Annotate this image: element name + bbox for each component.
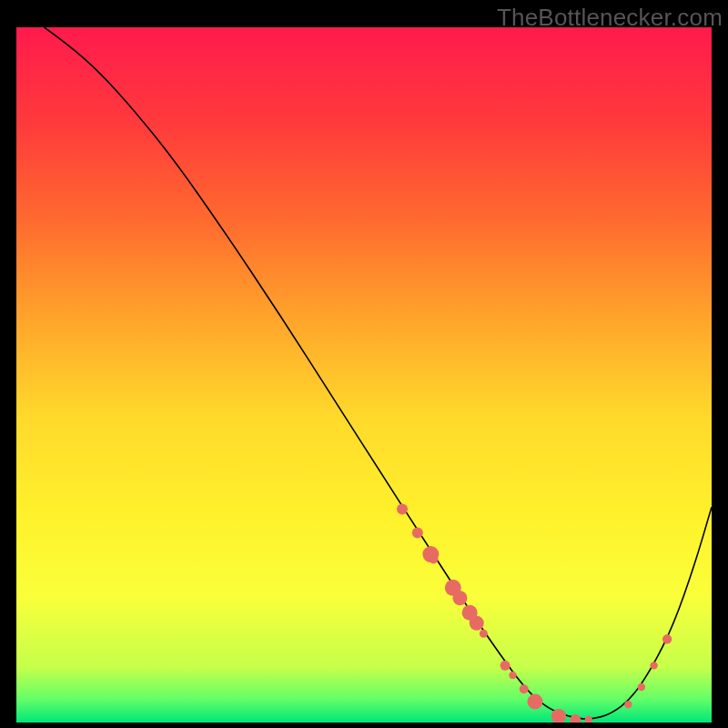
data-marker	[470, 616, 484, 631]
data-marker	[624, 701, 632, 708]
data-marker	[412, 527, 423, 538]
data-marker	[397, 503, 408, 514]
data-marker	[452, 591, 467, 605]
data-marker	[480, 630, 488, 638]
data-marker	[509, 672, 516, 679]
plot-area	[16, 27, 712, 723]
data-marker	[650, 662, 657, 669]
data-marker	[638, 683, 645, 691]
chart-svg	[16, 27, 712, 723]
gradient-background	[16, 27, 712, 723]
data-marker	[500, 661, 511, 671]
data-marker	[527, 694, 542, 710]
data-marker	[662, 634, 672, 643]
data-marker	[429, 554, 438, 563]
chart-container: TheBottlenecker.com	[0, 0, 728, 728]
data-marker	[520, 684, 529, 693]
